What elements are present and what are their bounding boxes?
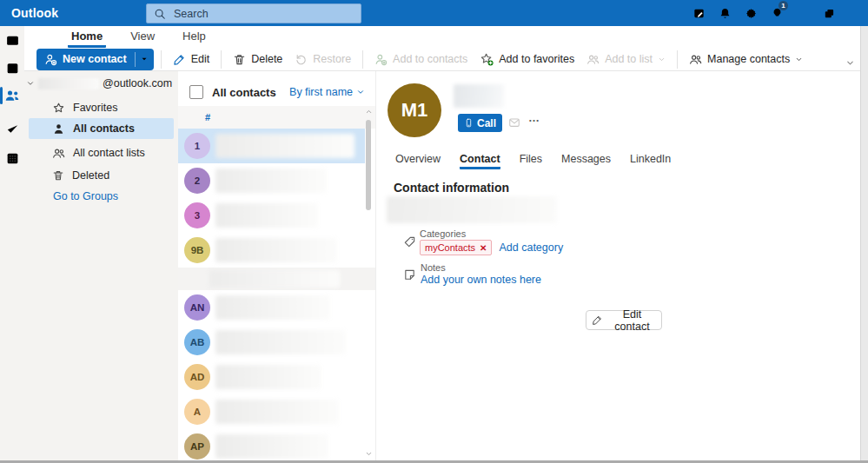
ribbon-tab-help[interactable]: Help (179, 30, 209, 48)
scrollbar-thumb[interactable] (366, 120, 371, 210)
chevron-down-icon (356, 88, 365, 96)
chevron-down-icon (658, 56, 666, 63)
contact-list-item[interactable]: AP (178, 429, 365, 463)
edit-contact-label: Edit contact (608, 308, 656, 333)
account-domain: @outlook.com (103, 77, 172, 89)
ribbon-collapse-chevron[interactable] (845, 58, 855, 68)
contact-avatar: 9B (184, 237, 210, 263)
restore-button[interactable]: Restore (288, 49, 357, 70)
chevron-down-icon (795, 56, 803, 63)
manage-contacts-button[interactable]: Manage contacts (683, 49, 809, 70)
contact-list-item[interactable]: 3 (178, 198, 365, 233)
section-title: Contact information (394, 181, 509, 195)
tab-overview[interactable]: Overview (395, 153, 441, 169)
contact-group-header (178, 268, 375, 290)
sort-dropdown[interactable]: By first name (289, 86, 365, 98)
add-to-contacts-button[interactable]: Add to contacts (368, 49, 474, 70)
contact-avatar: A (184, 399, 210, 425)
add-to-favorites-button[interactable]: Add to favorites (474, 49, 580, 70)
restore-label: Restore (313, 53, 351, 65)
sidebar-item-label: All contacts (73, 122, 135, 135)
ribbon-tab-row: Home View Help (24, 26, 860, 48)
ribbon-toolbar: New contact Edit Delete Restore (24, 48, 860, 70)
app-logo[interactable]: Outlook (0, 6, 58, 20)
contact-list-item[interactable]: A (178, 394, 365, 429)
go-to-groups-link[interactable]: Go to Groups (53, 190, 118, 202)
contact-list-title: All contacts (212, 86, 276, 99)
ribbon-tab-view[interactable]: View (127, 30, 158, 48)
contact-list-scrollbar[interactable] (364, 106, 374, 461)
pencil-icon (173, 53, 186, 66)
ribbon-tab-home[interactable]: Home (68, 30, 106, 48)
search-box[interactable] (146, 3, 361, 23)
add-category-link[interactable]: Add category (499, 241, 563, 254)
star-add-icon (480, 52, 494, 66)
search-input[interactable] (172, 7, 323, 21)
call-button[interactable]: Call (458, 114, 502, 132)
account-expander-chevron[interactable] (26, 79, 35, 88)
tips-badge: 1 (779, 1, 788, 10)
restore-window-icon[interactable] (816, 0, 842, 26)
detail-tabs: Overview Contact Files Messages LinkedIn (395, 153, 671, 169)
redacted-account-name (38, 78, 99, 89)
contact-list-item[interactable]: AB (178, 325, 365, 360)
people-icon (52, 147, 65, 160)
hamburger-menu-icon[interactable] (30, 27, 52, 46)
feedback-icon[interactable] (686, 0, 712, 26)
contact-list-item[interactable]: AN (178, 290, 365, 325)
top-app-bar: Outlook 1 (0, 0, 868, 26)
redacted-contact-display-name (454, 84, 504, 108)
category-chip[interactable]: myContacts ✕ (420, 240, 492, 255)
remove-category-icon[interactable]: ✕ (480, 243, 487, 253)
edit-contact-button[interactable]: Edit contact (586, 310, 662, 330)
close-icon[interactable] (842, 0, 868, 26)
contact-list-item[interactable]: 9B (178, 233, 365, 268)
add-to-list-button[interactable]: Add to list (580, 49, 672, 70)
contact-group-header: # (178, 106, 375, 129)
calendar-icon[interactable] (0, 57, 24, 78)
select-all-checkbox[interactable] (189, 85, 203, 99)
tab-contact[interactable]: Contact (460, 153, 500, 169)
add-notes-link[interactable]: Add your own notes here (421, 274, 541, 286)
new-contact-button[interactable]: New contact (36, 49, 154, 70)
contact-list-header: All contacts By first name (178, 82, 375, 103)
edit-button[interactable]: Edit (167, 49, 216, 70)
redacted-contact-name (215, 203, 318, 228)
tag-icon (403, 235, 416, 248)
window-right-edge (860, 26, 868, 463)
notifications-bell-icon[interactable] (712, 0, 738, 26)
delete-button[interactable]: Delete (227, 49, 288, 70)
tab-messages[interactable]: Messages (561, 153, 611, 169)
sidebar-item-all-contacts[interactable]: All contacts (29, 118, 174, 139)
new-contact-dropdown-chevron[interactable] (136, 49, 154, 70)
sidebar-item-label: Deleted (72, 169, 109, 182)
account-header[interactable]: @outlook.com (26, 77, 172, 89)
tab-files[interactable]: Files (520, 153, 542, 169)
sidebar-item-all-contact-lists[interactable]: All contact lists (29, 142, 174, 163)
new-contact-label: New contact (63, 53, 127, 65)
people-list-icon (586, 53, 600, 66)
apps-grid-icon[interactable] (0, 148, 24, 169)
sidebar-item-deleted[interactable]: Deleted (29, 165, 174, 186)
redacted-group-label (209, 270, 340, 288)
sidebar-item-favorites[interactable]: Favorites (29, 97, 174, 118)
app-nav-rail (0, 26, 24, 463)
contact-list-item[interactable]: AD (178, 360, 365, 394)
tips-lightbulb-icon[interactable]: 1 (764, 0, 790, 26)
send-email-icon[interactable] (507, 116, 521, 129)
contact-list-pane: All contacts By first name # 1 2 3 9B (178, 71, 376, 463)
settings-gear-icon[interactable] (738, 0, 764, 26)
todo-check-icon[interactable] (0, 118, 24, 139)
minimize-icon[interactable] (790, 0, 816, 26)
people-icon[interactable] (0, 85, 24, 106)
redacted-contact-name (215, 295, 330, 320)
contact-list-item[interactable]: 1 (178, 129, 365, 163)
category-chip-label: myContacts (425, 242, 475, 253)
mail-icon[interactable] (0, 30, 24, 50)
scroll-up-icon[interactable] (365, 108, 373, 116)
pencil-icon (592, 314, 603, 326)
tab-linkedin[interactable]: LinkedIn (630, 153, 671, 169)
scroll-down-icon[interactable] (365, 450, 373, 458)
more-actions-button[interactable]: … (528, 111, 540, 124)
contact-list-item[interactable]: 2 (178, 163, 365, 198)
